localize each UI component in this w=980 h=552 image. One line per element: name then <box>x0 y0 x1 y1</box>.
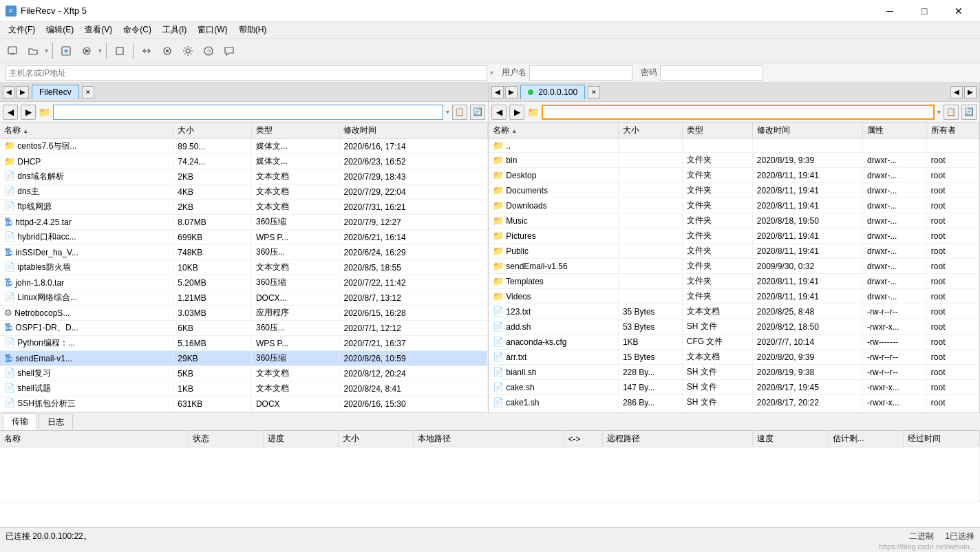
local-file-row[interactable]: 🗜 john-1.8.0.tar 5.20MB 360压缩 2020/7/22,… <box>0 275 488 290</box>
remote-tab-label[interactable]: 20.0.0.100 <box>520 85 585 99</box>
local-file-row[interactable]: 📄 Linux网络综合... 1.21MB DOCX... 2020/8/7, … <box>0 290 488 306</box>
remote-file-row[interactable]: 📄 cake1.sh 286 By... SH 文件 2020/8/17, 20… <box>489 395 979 410</box>
toolbar-btn-5[interactable] <box>158 41 177 61</box>
toolbar-play-arrow[interactable]: ▾ <box>98 47 102 54</box>
transfer-col-elapsed[interactable]: 经过时间 <box>903 431 979 447</box>
local-file-row[interactable]: 🗜 httpd-2.4.25.tar 8.07MB 360压缩 2020/7/9… <box>0 215 488 230</box>
toolbar-transfer[interactable] <box>137 41 156 61</box>
remote-forward-btn[interactable]: ▶ <box>509 105 524 120</box>
minimize-button[interactable]: ─ <box>874 0 906 22</box>
local-path-input[interactable]: D:\ <box>53 105 443 120</box>
toolbar-chat[interactable] <box>220 41 239 61</box>
local-path-down-arrow[interactable]: ▾ <box>446 108 449 116</box>
menu-help[interactable]: 帮助(H) <box>233 23 273 37</box>
remote-file-row[interactable]: 📁 bin 文件夹 2020/8/19, 9:39 drwxr-... root <box>489 153 979 168</box>
remote-file-row[interactable]: 📄 123.txt 35 Bytes 文本文档 2020/8/25, 8:48 … <box>489 304 979 319</box>
remote-file-row[interactable]: 📄 bianli.sh 228 By... SH 文件 2020/8/19, 9… <box>489 365 979 380</box>
remote-col-date[interactable]: 修改时间 <box>752 123 862 139</box>
local-file-row[interactable]: 📄 dns主 4KB 文本文档 2020/7/29, 22:04 <box>0 184 488 200</box>
remote-file-row[interactable]: 📁 Music 文件夹 2020/8/18, 19:50 drwxr-... r… <box>489 213 979 229</box>
local-path-btn1[interactable]: 📋 <box>452 105 467 120</box>
maximize-button[interactable]: □ <box>908 0 940 22</box>
local-file-row[interactable]: 🗜 sendEmail-v1... 29KB 360压缩 2020/8/26, … <box>0 351 488 366</box>
menu-view[interactable]: 查看(V) <box>79 23 118 37</box>
transfer-col-local[interactable]: 本地路径 <box>414 431 564 447</box>
remote-tab-scroll-right[interactable]: ▶ <box>964 86 977 98</box>
toolbar-btn-2[interactable] <box>56 41 76 61</box>
toolbar-help[interactable]: ? <box>199 41 218 61</box>
local-close-tab[interactable]: ✕ <box>82 86 94 98</box>
remote-file-row[interactable]: 📁 Pictures 文件夹 2020/8/11, 19:41 drwxr-..… <box>489 229 979 244</box>
remote-path-down-arrow[interactable]: ▾ <box>937 108 941 116</box>
remote-file-row[interactable]: 📁 Templates 文件夹 2020/8/11, 19:41 drwxr-.… <box>489 274 979 289</box>
local-col-name[interactable]: 名称 ▲ <box>0 123 173 139</box>
remote-file-row[interactable]: 📁 Videos 文件夹 2020/8/11, 19:41 drwxr-... … <box>489 289 979 304</box>
remote-close-tab[interactable]: ✕ <box>588 86 600 98</box>
remote-col-type[interactable]: 类型 <box>682 123 752 139</box>
menu-command[interactable]: 命令(C) <box>118 23 157 37</box>
toolbar-settings[interactable] <box>178 41 198 61</box>
transfer-col-size[interactable]: 大小 <box>338 431 413 447</box>
local-file-row[interactable]: 📄 shell复习 5KB 文本文档 2020/8/12, 20:24 <box>0 366 488 381</box>
local-file-list[interactable]: 名称 ▲ 大小 类型 修改时间 📁 centos7.6与宿... 89.50..… <box>0 123 488 412</box>
remote-path-btn1[interactable]: 📋 <box>944 105 959 120</box>
toolbar-open-folder[interactable] <box>23 41 43 61</box>
host-dropdown-arrow[interactable]: ▾ <box>490 69 493 76</box>
local-col-date[interactable]: 修改时间 <box>339 123 488 139</box>
remote-col-size[interactable]: 大小 <box>618 123 682 139</box>
remote-col-owner[interactable]: 所有者 <box>926 123 979 139</box>
remote-file-row[interactable]: 📁 sendEmail-v1.56 文件夹 2009/9/30, 0:32 dr… <box>489 259 979 274</box>
remote-file-row[interactable]: 📄 anaconda-ks.cfg 1KB CFG 文件 2020/7/7, 1… <box>489 335 979 350</box>
remote-file-row[interactable]: 📄 cake.sh 147 By... SH 文件 2020/8/17, 19:… <box>489 380 979 395</box>
remote-file-row[interactable]: 📁 Desktop 文件夹 2020/8/11, 19:41 drwxr-...… <box>489 168 979 183</box>
remote-file-row[interactable]: 📁 Downloads 文件夹 2020/8/11, 19:41 drwxr-.… <box>489 198 979 213</box>
log-tab[interactable]: 日志 <box>39 414 73 430</box>
menu-edit[interactable]: 编辑(E) <box>41 23 79 37</box>
local-file-row[interactable]: 📄 Python编程：... 5.16MB WPS P... 2020/7/21… <box>0 336 488 351</box>
local-prev-tab[interactable]: ◀ <box>3 86 15 98</box>
remote-file-row[interactable]: 📁 Documents 文件夹 2020/8/11, 19:41 drwxr-.… <box>489 183 979 198</box>
local-file-row[interactable]: 📄 ftp线网源 2KB 文本文档 2020/7/31, 16:21 <box>0 200 488 215</box>
local-file-row[interactable]: 📁 centos7.6与宿... 89.50... 媒体文... 2020/6/… <box>0 139 488 154</box>
remote-file-row[interactable]: 📄 add.sh 53 Bytes SH 文件 2020/8/12, 18:50… <box>489 319 979 335</box>
transfer-col-status[interactable]: 状态 <box>188 431 263 447</box>
local-forward-btn[interactable]: ▶ <box>21 105 36 120</box>
local-file-row[interactable]: 📄 dns域名解析 2KB 文本文档 2020/7/29, 18:43 <box>0 169 488 184</box>
transfer-col-speed[interactable]: 速度 <box>753 431 828 447</box>
remote-back-btn[interactable]: ◀ <box>491 105 507 120</box>
local-tab-label[interactable]: FileRecv <box>32 85 79 99</box>
local-file-row[interactable]: 🗜 inSSIDer_ha_V... 748KB 360压... 2020/6/… <box>0 245 488 260</box>
local-file-row[interactable]: ⚙ NetrobocopS... 3.03MB 应用程序 2020/6/15, … <box>0 306 488 321</box>
toolbar-btn-3[interactable] <box>110 41 129 61</box>
local-next-tab[interactable]: ▶ <box>17 86 29 98</box>
remote-path-btn2[interactable]: 🔄 <box>961 105 977 120</box>
transfer-tab[interactable]: 传输 <box>3 413 37 430</box>
local-file-row[interactable]: 📁 DHCP 74.24... 媒体文... 2020/6/23, 16:52 <box>0 154 488 169</box>
menu-tools[interactable]: 工具(I) <box>157 23 192 37</box>
menu-file[interactable]: 文件(F) <box>3 23 41 37</box>
remote-file-row[interactable]: 📁 .. <box>489 139 979 153</box>
transfer-col-name[interactable]: 名称 <box>0 431 188 447</box>
remote-file-row[interactable]: 📄 arr.txt 15 Bytes 文本文档 2020/8/20, 9:39 … <box>489 350 979 365</box>
transfer-col-remote[interactable]: 远程路径 <box>603 431 753 447</box>
toolbar-play[interactable] <box>77 41 96 61</box>
local-file-row[interactable]: 📄 iptables防火墙 10KB 文本文档 2020/8/5, 18:55 <box>0 260 488 275</box>
local-path-btn2[interactable]: 🔄 <box>470 105 485 120</box>
remote-next-tab[interactable]: ▶ <box>505 86 518 98</box>
local-col-size[interactable]: 大小 <box>173 123 252 139</box>
local-file-row[interactable]: 📄 shell试题 1KB 文本文档 2020/8/24, 8:41 <box>0 381 488 396</box>
remote-file-row[interactable]: 📁 Public 文件夹 2020/8/11, 19:41 drwxr-... … <box>489 244 979 259</box>
remote-prev-tab[interactable]: ◀ <box>491 86 504 98</box>
host-input[interactable] <box>6 65 487 81</box>
local-file-row[interactable]: 🗜 OSPF1-DR、D... 6KB 360压... 2020/7/1, 12… <box>0 321 488 336</box>
local-col-type[interactable]: 类型 <box>251 123 339 139</box>
local-back-btn[interactable]: ◀ <box>3 105 18 120</box>
transfer-col-progress[interactable]: 进度 <box>263 431 338 447</box>
local-file-row[interactable]: 📄 SSH抓包分析三 631KB DOCX 2020/6/16, 15:30 <box>0 396 488 412</box>
username-input[interactable] <box>529 65 632 81</box>
password-input[interactable] <box>660 65 763 81</box>
transfer-col-eta[interactable]: 估计剩... <box>828 431 903 447</box>
toolbar-new-session[interactable] <box>3 41 22 61</box>
remote-file-list[interactable]: 名称 ▲ 大小 类型 修改时间 属性 所有者 📁 .. 📁 bin 文件夹 20… <box>489 123 979 412</box>
close-button[interactable]: ✕ <box>943 0 974 22</box>
